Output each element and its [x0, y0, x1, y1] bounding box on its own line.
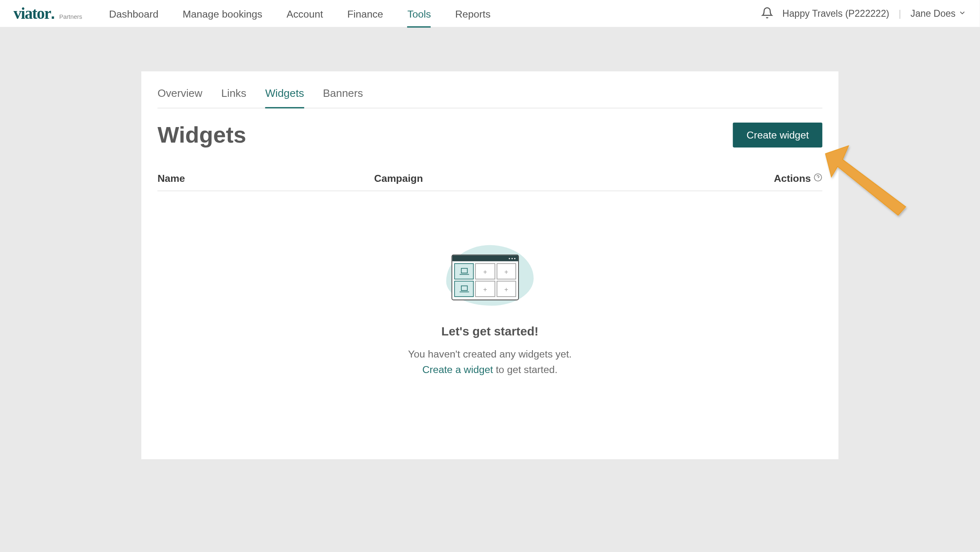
empty-state: + + + + Let's get started! You haven't c…: [158, 191, 822, 377]
empty-text-line1: You haven't created any widgets yet.: [408, 348, 572, 360]
page-title: Widgets: [158, 122, 246, 148]
nav-account[interactable]: Account: [287, 0, 323, 27]
nav-tools[interactable]: Tools: [408, 0, 431, 27]
main-nav: Dashboard Manage bookings Account Financ…: [109, 0, 490, 27]
empty-illustration: + + + +: [446, 245, 534, 306]
user-name: Jane Does: [911, 8, 956, 19]
column-campaign: Campaign: [374, 172, 774, 184]
main-card: Overview Links Widgets Banners Widgets C…: [141, 72, 838, 459]
content-area: Overview Links Widgets Banners Widgets C…: [0, 28, 980, 459]
column-actions: Actions: [774, 172, 822, 184]
nav-finance[interactable]: Finance: [347, 0, 383, 27]
empty-text-line2: to get started.: [493, 363, 557, 375]
empty-state-title: Let's get started!: [441, 324, 539, 339]
empty-state-text: You haven't created any widgets yet. Cre…: [408, 347, 572, 377]
tab-overview[interactable]: Overview: [158, 87, 203, 107]
nav-dashboard[interactable]: Dashboard: [109, 0, 158, 27]
nav-manage-bookings[interactable]: Manage bookings: [183, 0, 262, 27]
page-header: Widgets Create widget: [158, 122, 822, 148]
logo-subtext: Partners: [59, 13, 82, 20]
logo-text: viator: [13, 5, 51, 23]
bell-icon[interactable]: [761, 7, 773, 21]
nav-reports[interactable]: Reports: [455, 0, 491, 27]
top-navigation-bar: viator. Partners Dashboard Manage bookin…: [0, 0, 980, 28]
column-actions-label: Actions: [774, 172, 811, 184]
tab-widgets[interactable]: Widgets: [265, 87, 304, 107]
chevron-down-icon: [958, 8, 967, 19]
logo[interactable]: viator. Partners: [13, 4, 82, 23]
tab-banners[interactable]: Banners: [323, 87, 363, 107]
sub-nav: Overview Links Widgets Banners: [158, 87, 822, 108]
topbar-right: Happy Travels (P222222) | Jane Does: [761, 7, 966, 21]
column-name: Name: [158, 172, 374, 184]
create-widget-button[interactable]: Create widget: [733, 123, 822, 147]
table-header: Name Campaign Actions: [158, 172, 822, 191]
create-widget-link[interactable]: Create a widget: [422, 363, 493, 375]
user-dropdown[interactable]: Jane Does: [911, 8, 967, 19]
divider: |: [899, 8, 901, 19]
tab-links[interactable]: Links: [221, 87, 247, 107]
logo-dot: .: [51, 4, 55, 23]
company-name: Happy Travels (P222222): [782, 8, 889, 19]
help-icon[interactable]: [813, 172, 822, 184]
